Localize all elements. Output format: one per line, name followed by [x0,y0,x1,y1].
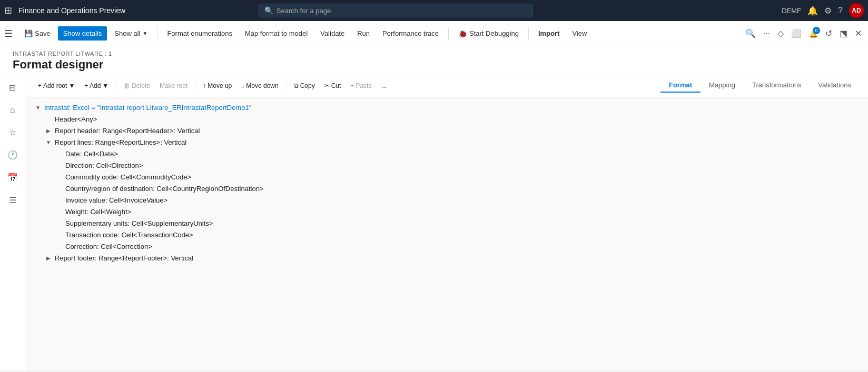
copy-icon: ⧉ [294,82,299,89]
more-button[interactable]: ... [377,79,391,92]
notification-icon[interactable]: 🔔 [807,6,818,16]
correction-label: Correction: Cell<Correction> [65,243,152,250]
supplementary-units-node[interactable]: ▶ Supplementary units: Cell<Supplementar… [55,217,860,229]
tree-root-node[interactable]: ▼ Intrastat: Excel = "Intrastat report L… [34,102,860,113]
date-label: Date: Cell<Date> [65,150,118,158]
delete-icon: 🗑 [124,82,130,89]
action-bar-right-icons: 🔍 ··· ◇ ⬜ 🔔 0 ↺ ⬔ ✕ [743,26,864,41]
map-format-button[interactable]: Map format to model [240,26,313,41]
tab-format[interactable]: Format [660,78,701,93]
tree-area: ▼ Intrastat: Excel = "Intrastat report L… [25,97,868,370]
start-debugging-button[interactable]: 🐞 Start Debugging [453,26,524,41]
page-header: INTRASTAT REPORT LITWARE : 1 Format desi… [0,46,868,74]
user-env-label: DEMF [782,7,801,15]
date-node[interactable]: ▶ Date: Cell<Date> [55,148,860,159]
root-children: ▶ Header<Any> ▶ Report header: Range<Rep… [44,113,860,264]
country-region-node[interactable]: ▶ Country/region of destination: Cell<Co… [55,183,860,194]
page-title: Format designer [13,58,855,72]
save-icon: 💾 [24,29,33,37]
transaction-code-node[interactable]: ▶ Transaction code: Cell<TransactionCode… [55,229,860,240]
report-lines-node[interactable]: ▼ Report lines: Range<ReportLines>: Vert… [44,136,860,148]
tab-transformations[interactable]: Transformations [744,78,810,93]
hamburger-icon[interactable]: ☰ [4,28,13,39]
show-all-dropdown-arrow: ▼ [143,31,148,36]
separator3 [528,27,529,40]
report-footer-node[interactable]: ▶ Report footer: Range<ReportFooter>: Ve… [44,252,860,264]
invoice-value-label: Invoice value: Cell<InvoiceValue> [65,196,167,204]
action-diamond-icon[interactable]: ◇ [775,26,786,41]
action-layout-icon[interactable]: ⬜ [789,26,804,41]
user-avatar[interactable]: AD [849,3,864,18]
validate-button[interactable]: Validate [315,26,350,41]
report-header-expand-icon[interactable]: ▶ [44,126,53,135]
toolbar-sep1 [116,81,116,91]
report-lines-children: ▶ Date: Cell<Date> ▶ Direction: Cell<Dir… [55,148,860,252]
search-bar[interactable]: 🔍 Search for a page [259,4,532,17]
commodity-code-label: Commodity code: Cell<CommodityCode> [65,173,191,181]
action-close-icon[interactable]: ✕ [853,26,864,41]
view-button[interactable]: View [567,26,592,41]
search-placeholder: Search for a page [277,7,331,15]
action-search-icon[interactable]: 🔍 [743,26,758,41]
weight-label: Weight: Cell<Weight> [65,208,131,216]
performance-trace-button[interactable]: Performance trace [377,26,444,41]
action-badge-icon[interactable]: 🔔 0 [807,27,820,41]
report-lines-label: Report lines: Range<ReportLines>: Vertic… [55,138,186,146]
help-icon[interactable]: ? [838,6,843,15]
move-up-icon: ↑ [203,82,206,89]
weight-node[interactable]: ▶ Weight: Cell<Weight> [55,206,860,217]
tab-validations[interactable]: Validations [810,78,860,93]
header-any-label: Header<Any> [55,115,97,123]
commodity-code-node[interactable]: ▶ Commodity code: Cell<CommodityCode> [55,171,860,183]
import-button[interactable]: Import [533,26,565,41]
add-root-button[interactable]: + Add root ▼ [34,79,79,92]
toolbar-sep2 [195,81,195,91]
report-footer-expand-icon[interactable]: ▶ [44,254,53,262]
country-region-label: Country/region of destination: Cell<Coun… [65,185,264,193]
header-any-node[interactable]: ▶ Header<Any> [44,113,860,125]
content-area: + Add root ▼ + Add ▼ 🗑 Delete Make root … [25,74,868,370]
sidebar-recent-icon[interactable]: 🕐 [3,146,22,164]
move-down-icon: ↓ [241,82,244,89]
show-all-button[interactable]: Show all ▼ [109,26,153,41]
run-button[interactable]: Run [352,26,375,41]
root-collapse-icon[interactable]: ▼ [34,103,42,112]
sidebar-home-icon[interactable]: ⌂ [6,101,19,119]
direction-node[interactable]: ▶ Direction: Cell<Direction> [55,159,860,171]
tab-mapping[interactable]: Mapping [701,78,744,93]
paste-button[interactable]: + Paste [346,79,376,92]
copy-button[interactable]: ⧉ Copy [290,79,319,92]
top-right-icons: DEMF 🔔 ⚙ ? AD [782,3,864,18]
separator2 [448,27,449,40]
correction-node[interactable]: ▶ Correction: Cell<Correction> [55,240,860,252]
make-root-button[interactable]: Make root [155,79,192,92]
show-details-button[interactable]: Show details [58,26,107,41]
separator [157,27,157,40]
sidebar-filter-icon[interactable]: ⊟ [5,78,20,97]
action-open-icon[interactable]: ⬔ [837,26,850,41]
save-button[interactable]: 💾 Save [19,26,56,41]
report-lines-collapse-icon[interactable]: ▼ [44,138,53,146]
breadcrumb: INTRASTAT REPORT LITWARE : 1 [13,51,855,57]
top-navigation: ⊞ Finance and Operations Preview 🔍 Searc… [0,0,868,21]
report-header-node[interactable]: ▶ Report header: Range<ReportHeader>: Ve… [44,125,860,136]
move-down-button[interactable]: ↓ Move down [237,79,282,92]
settings-icon[interactable]: ⚙ [824,6,832,16]
cut-icon: ✂ [324,82,330,89]
sidebar-calendar-icon[interactable]: 📅 [3,168,22,187]
app-grid-icon[interactable]: ⊞ [4,5,12,16]
cut-button[interactable]: ✂ Cut [320,79,346,92]
sidebar-star-icon[interactable]: ☆ [5,123,21,142]
transaction-code-label: Transaction code: Cell<TransactionCode> [65,231,193,239]
supplementary-units-label: Supplementary units: Cell<SupplementaryU… [65,219,213,227]
add-button[interactable]: + Add ▼ [80,79,113,92]
action-more-dots[interactable]: ··· [761,27,772,41]
add-root-dropdown-arrow: ▼ [68,82,75,89]
action-refresh-icon[interactable]: ↺ [823,26,834,41]
format-enumerations-button[interactable]: Format enumerations [162,26,238,41]
delete-button[interactable]: 🗑 Delete [120,79,154,92]
invoice-value-node[interactable]: ▶ Invoice value: Cell<InvoiceValue> [55,194,860,206]
move-up-button[interactable]: ↑ Move up [199,79,236,92]
app-title: Finance and Operations Preview [18,6,125,15]
sidebar-list-icon[interactable]: ☰ [5,191,21,209]
